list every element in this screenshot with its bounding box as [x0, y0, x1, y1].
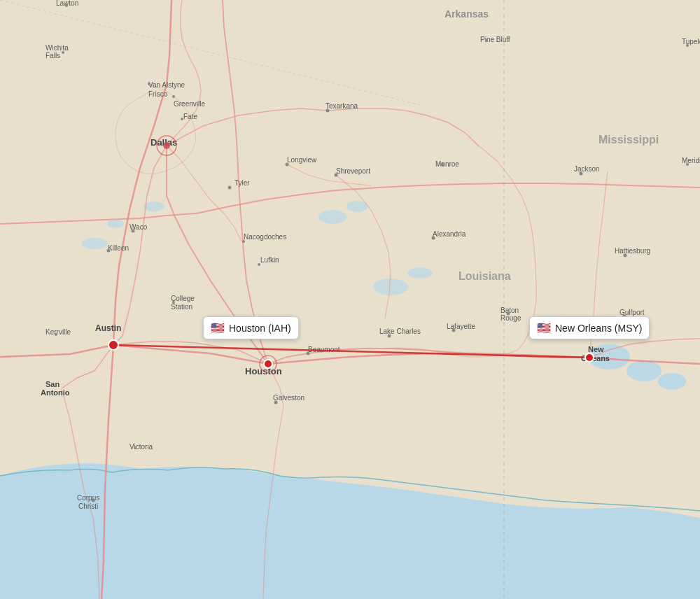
- svg-point-71: [172, 301, 175, 304]
- svg-text:Lufkin: Lufkin: [260, 256, 279, 264]
- svg-point-1: [82, 238, 107, 249]
- svg-text:Nacogdoches: Nacogdoches: [244, 233, 286, 241]
- svg-text:Station: Station: [171, 303, 192, 311]
- svg-text:Falls: Falls: [46, 52, 60, 59]
- svg-point-69: [132, 230, 135, 233]
- svg-point-5: [346, 201, 368, 212]
- map-svg: Arkansas Louisiana Mississippi Lawton Wi…: [0, 0, 700, 599]
- svg-text:Fate: Fate: [183, 113, 197, 120]
- svg-text:Jackson: Jackson: [574, 165, 600, 173]
- svg-text:Arkansas: Arkansas: [444, 8, 489, 20]
- svg-text:Mississippi: Mississippi: [598, 134, 659, 146]
- svg-point-58: [65, 4, 68, 7]
- svg-point-86: [686, 44, 689, 47]
- svg-text:Galveston: Galveston: [273, 394, 304, 402]
- svg-point-76: [92, 499, 95, 502]
- svg-text:Longview: Longview: [287, 156, 317, 164]
- svg-text:Frisco: Frisco: [148, 90, 168, 98]
- svg-text:Wichita: Wichita: [46, 44, 69, 52]
- map-container: Arkansas Louisiana Mississippi Lawton Wi…: [0, 0, 700, 599]
- svg-point-77: [388, 334, 391, 338]
- svg-point-64: [286, 163, 289, 167]
- svg-point-10: [658, 373, 686, 390]
- svg-point-75: [134, 446, 136, 449]
- svg-point-73: [307, 352, 310, 355]
- svg-point-79: [507, 312, 510, 316]
- svg-point-62: [181, 118, 183, 120]
- svg-point-70: [107, 249, 111, 253]
- svg-point-80: [441, 163, 444, 167]
- svg-point-85: [623, 315, 626, 318]
- svg-point-67: [242, 240, 245, 243]
- svg-text:Pine Bluff: Pine Bluff: [480, 36, 510, 43]
- svg-point-9: [626, 360, 662, 381]
- svg-text:Alexandria: Alexandria: [433, 230, 466, 238]
- svg-point-59: [62, 51, 64, 54]
- svg-point-81: [432, 237, 435, 240]
- svg-point-74: [274, 401, 278, 404]
- svg-text:Rouge: Rouge: [500, 314, 522, 322]
- svg-point-63: [228, 186, 232, 190]
- svg-point-94: [585, 353, 594, 362]
- svg-text:Greenville: Greenville: [174, 100, 205, 108]
- svg-point-66: [335, 174, 338, 177]
- svg-text:Tupelo: Tupelo: [682, 38, 700, 45]
- svg-text:Louisiana: Louisiana: [458, 270, 511, 282]
- svg-text:Austin: Austin: [95, 323, 121, 333]
- svg-point-83: [580, 172, 583, 176]
- svg-point-65: [326, 109, 330, 113]
- svg-point-92: [108, 340, 118, 350]
- svg-text:Hattiesburg: Hattiesburg: [615, 247, 650, 255]
- svg-point-72: [55, 333, 57, 336]
- svg-text:Victoria: Victoria: [130, 443, 153, 451]
- svg-point-4: [318, 210, 346, 224]
- svg-point-87: [686, 163, 689, 166]
- svg-text:College: College: [171, 295, 195, 302]
- svg-text:Texarkana: Texarkana: [326, 102, 358, 110]
- svg-point-93: [264, 360, 272, 368]
- svg-point-3: [144, 202, 164, 211]
- svg-text:Killeen: Killeen: [108, 244, 129, 252]
- svg-point-78: [452, 329, 456, 332]
- svg-text:Shreveport: Shreveport: [336, 167, 370, 175]
- svg-point-89: [163, 142, 170, 149]
- svg-point-2: [107, 220, 124, 228]
- svg-text:Tyler: Tyler: [234, 179, 250, 187]
- svg-text:Lake Charles: Lake Charles: [379, 327, 421, 335]
- svg-text:Meridian: Meridian: [682, 157, 700, 164]
- svg-point-82: [485, 39, 488, 42]
- svg-point-6: [373, 279, 408, 295]
- svg-point-60: [148, 83, 150, 85]
- svg-text:Monroe: Monroe: [435, 160, 459, 168]
- svg-text:San: San: [46, 380, 59, 388]
- svg-text:Christi: Christi: [78, 502, 98, 510]
- svg-text:Lafayette: Lafayette: [447, 323, 476, 330]
- svg-text:Van Alstyne: Van Alstyne: [148, 81, 186, 89]
- svg-text:New: New: [588, 345, 604, 353]
- svg-point-61: [172, 95, 175, 98]
- svg-text:Kerrville: Kerrville: [46, 328, 71, 336]
- svg-point-84: [624, 254, 627, 258]
- svg-text:Corpus: Corpus: [77, 494, 99, 502]
- svg-text:Antonio: Antonio: [41, 388, 70, 397]
- svg-point-68: [258, 263, 260, 266]
- svg-point-7: [407, 267, 433, 279]
